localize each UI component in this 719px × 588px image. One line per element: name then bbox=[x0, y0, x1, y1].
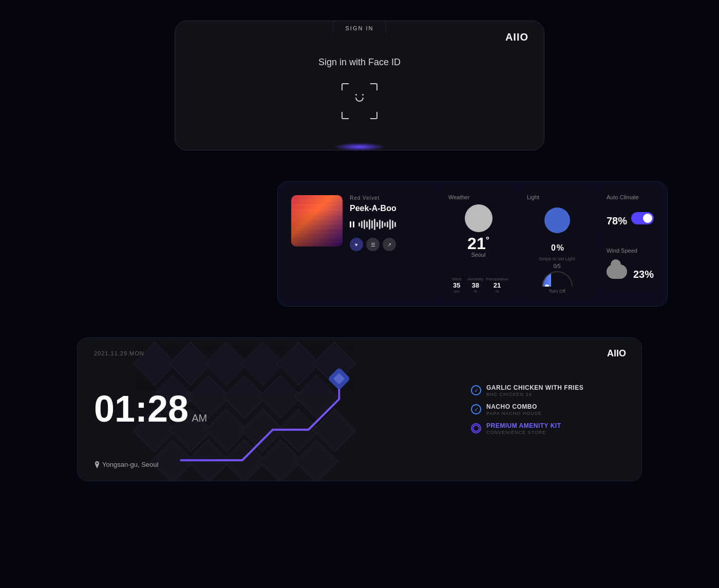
map-orders: ✓ GARLIC CHICKEN WITH FRIES BHC CHICKEN … bbox=[471, 350, 625, 468]
weather-panel: Weather 21° Seoul Wind 35 km Humidity 38… bbox=[441, 187, 516, 301]
wind-row: 23% bbox=[607, 261, 654, 282]
wave-bar bbox=[384, 222, 386, 226]
face-eyes bbox=[355, 94, 364, 96]
map-content: 2021.11.29.MON 01:28 AM Yongsan-gu, Seou… bbox=[78, 338, 641, 481]
humidity-stat: Humidity 38 % bbox=[467, 277, 483, 294]
corner-tr bbox=[370, 83, 377, 90]
music-controls: ♥ ☰ ↗ bbox=[350, 238, 429, 251]
wave-bar bbox=[364, 220, 365, 229]
song-title: Peek-A-Boo bbox=[350, 204, 429, 213]
share-button[interactable]: ↗ bbox=[383, 238, 396, 251]
pause-button[interactable] bbox=[350, 221, 354, 227]
wind-panel: Wind Speed 23% bbox=[598, 240, 662, 290]
wave-bar bbox=[382, 221, 383, 228]
order-text-3: PREMIUM AMENITY KIT CONVENIENCE STORE bbox=[486, 422, 561, 435]
order-text-1: GARLIC CHICKEN WITH FRIES BHC CHICKEN 24 bbox=[486, 384, 583, 397]
toggle-knob bbox=[643, 214, 652, 223]
check-circle-3 bbox=[471, 423, 481, 433]
check-circle-1: ✓ bbox=[471, 385, 481, 395]
face-smile bbox=[355, 98, 364, 102]
heart-button[interactable]: ♥ bbox=[350, 238, 363, 251]
music-panel: Red Velvet Peek-A-Boo bbox=[283, 187, 437, 301]
face-id-icon[interactable] bbox=[342, 83, 377, 119]
face-eye-right bbox=[362, 94, 364, 96]
wave-bar bbox=[361, 221, 363, 228]
signin-glow bbox=[334, 143, 385, 151]
climate-percent: 78% bbox=[607, 207, 627, 229]
check-circle-2: ✓ bbox=[471, 404, 481, 414]
wave-bar bbox=[358, 222, 360, 226]
signin-tab[interactable]: SIGN IN bbox=[333, 21, 387, 35]
location-icon bbox=[94, 461, 100, 468]
signin-logo: AIIO bbox=[505, 31, 528, 43]
dashboard-card: Red Velvet Peek-A-Boo bbox=[277, 181, 668, 307]
dial-container: 0/5 Turn Off bbox=[527, 263, 587, 294]
weather-label: Weather bbox=[448, 194, 508, 200]
album-art-overlay bbox=[291, 195, 343, 246]
temperature-display: 21° bbox=[448, 235, 508, 252]
face-inner bbox=[351, 94, 368, 108]
map-location: Yongsan-gu, Seoul bbox=[94, 461, 450, 468]
corner-tl bbox=[342, 83, 349, 90]
wave-bar bbox=[394, 222, 396, 227]
cloud-icon bbox=[607, 264, 627, 279]
moon-icon bbox=[465, 204, 493, 232]
signin-card: SIGN IN AIIO Sign in with Face ID bbox=[175, 21, 544, 150]
city-name: Seoul bbox=[448, 252, 508, 258]
wind-speed-label: Wind Speed bbox=[607, 248, 654, 254]
light-label: Light bbox=[527, 194, 587, 200]
auto-climate-label: Auto Climate bbox=[607, 194, 654, 200]
map-ampm: AM bbox=[192, 413, 207, 423]
crescent-moon-icon bbox=[544, 207, 570, 233]
music-info: Red Velvet Peek-A-Boo bbox=[350, 195, 429, 251]
wave-bar bbox=[369, 219, 370, 230]
dial-label: Turn Off bbox=[548, 289, 565, 294]
artist-name: Red Velvet bbox=[350, 195, 429, 201]
map-time: 01:28 AM bbox=[94, 390, 450, 427]
wave-bar bbox=[389, 219, 391, 230]
wave-bar bbox=[376, 222, 378, 227]
wave-bar bbox=[379, 220, 381, 229]
dial-value: 0/5 bbox=[554, 263, 561, 269]
light-sub: Swipe to set Light bbox=[527, 256, 587, 261]
order-item-3: PREMIUM AMENITY KIT CONVENIENCE STORE bbox=[471, 422, 625, 435]
waveform bbox=[350, 218, 429, 231]
queue-button[interactable]: ☰ bbox=[366, 238, 380, 251]
dial-dot bbox=[545, 284, 549, 287]
map-card: 2021.11.29.MON 01:28 AM Yongsan-gu, Seou… bbox=[77, 337, 642, 481]
precipitation-stat: Precipitation 21 % bbox=[486, 277, 508, 294]
corner-bl bbox=[342, 112, 349, 119]
wave-bar bbox=[387, 221, 388, 227]
album-art bbox=[291, 195, 343, 246]
order-text-2: NACHO COMBO PAPA NACHO HOUSE bbox=[486, 403, 542, 416]
wind-percent: 23% bbox=[633, 261, 654, 282]
face-eye-left bbox=[355, 94, 357, 96]
corner-br bbox=[370, 112, 377, 119]
map-left: 2021.11.29.MON 01:28 AM Yongsan-gu, Seou… bbox=[94, 350, 450, 468]
order-item-2: ✓ NACHO COMBO PAPA NACHO HOUSE bbox=[471, 403, 625, 416]
wave-bar bbox=[371, 220, 373, 229]
signin-title: Sign in with Face ID bbox=[318, 57, 401, 68]
wind-stat: Wind 35 km bbox=[448, 277, 465, 294]
wave-bar bbox=[374, 219, 375, 230]
map-date: 2021.11.29.MON bbox=[94, 350, 450, 356]
light-percent: 0% bbox=[527, 238, 587, 254]
climate-toggle[interactable] bbox=[631, 212, 654, 224]
climate-row: 78% bbox=[607, 207, 654, 229]
order-item-1: ✓ GARLIC CHICKEN WITH FRIES BHC CHICKEN … bbox=[471, 384, 625, 397]
weather-stats: Wind 35 km Humidity 38 % Precipitation 2… bbox=[448, 277, 508, 294]
wave-bar bbox=[392, 220, 393, 229]
auto-climate-panel: Auto Climate 78% bbox=[598, 187, 662, 236]
wave-bar bbox=[366, 221, 368, 227]
light-panel: Light 0% Swipe to set Light 0/5 Turn Off bbox=[520, 187, 594, 301]
dial[interactable] bbox=[542, 271, 573, 287]
right-panels: Auto Climate 78% Wind Speed 23% bbox=[598, 187, 662, 301]
